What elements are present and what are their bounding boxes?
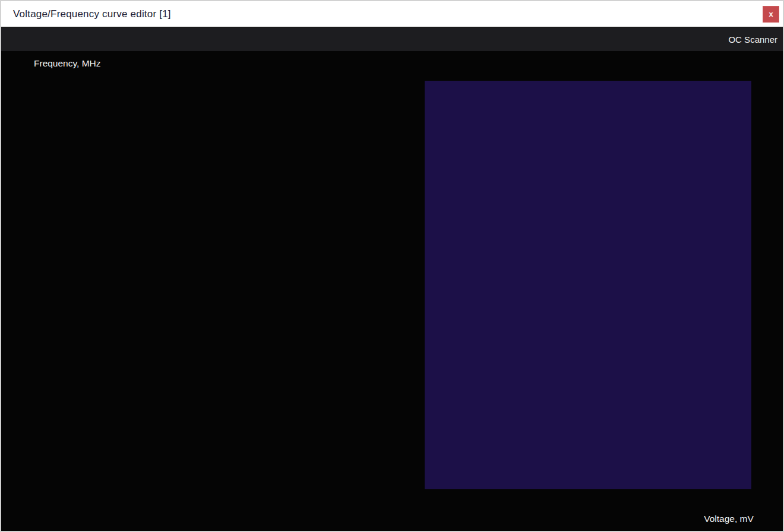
title-bar: Voltage/Frequency curve editor [1] x	[1, 1, 783, 28]
x-axis-title: Voltage, mV	[704, 514, 754, 524]
chart-area: Frequency, MHz Voltage, mV	[1, 51, 783, 531]
vf-curve-chart[interactable]: Frequency, MHz Voltage, mV	[1, 51, 783, 530]
window-title: Voltage/Frequency curve editor [1]	[13, 8, 171, 20]
y-axis-title: Frequency, MHz	[34, 58, 101, 68]
oc-scanner-button[interactable]: OC Scanner	[728, 34, 777, 45]
close-button[interactable]: x	[763, 6, 779, 23]
close-icon: x	[769, 10, 773, 18]
highlighted-region	[425, 81, 751, 489]
vf-editor-window: Voltage/Frequency curve editor [1] x OC …	[0, 0, 784, 532]
toolbar: OC Scanner	[1, 28, 783, 51]
